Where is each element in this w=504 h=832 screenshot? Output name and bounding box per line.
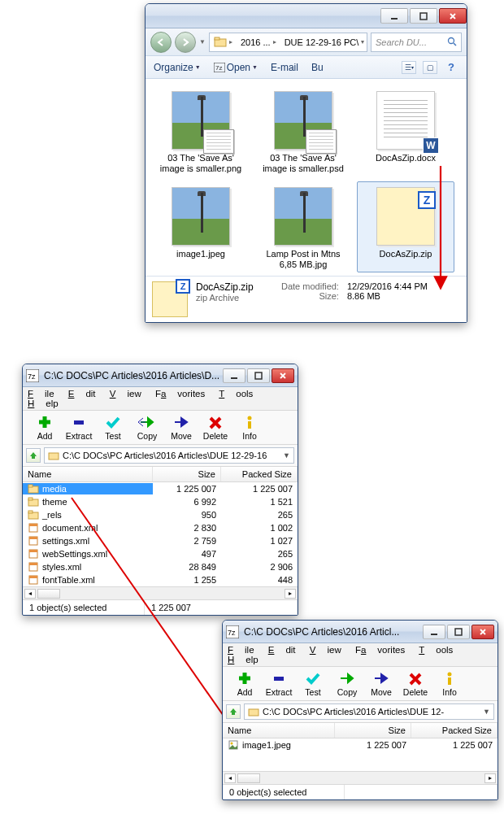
maximize-button[interactable] xyxy=(447,625,470,639)
col-size[interactable]: Size xyxy=(335,723,411,738)
up-button[interactable] xyxy=(26,448,41,463)
menubar-a[interactable]: File Edit View Favorites Tools Help xyxy=(23,387,298,411)
burn-button[interactable]: Bu xyxy=(311,62,324,73)
breadcrumb[interactable]: ▸ 2016 ...▸ DUE 12-29-16 PC\▾ xyxy=(209,33,367,52)
maximize-button[interactable] xyxy=(410,8,437,24)
file-list-b[interactable]: Name Size Packed Size image1.jpeg1 225 0… xyxy=(223,723,497,771)
open-button[interactable]: 7z Open ▼ xyxy=(214,62,258,73)
menu-file[interactable]: File xyxy=(228,645,254,655)
test-button[interactable]: Test xyxy=(96,414,130,441)
chevron-down-icon[interactable]: ▼ xyxy=(199,38,206,46)
menu-favorites[interactable]: Favorites xyxy=(355,645,405,655)
file-list-a[interactable]: Name Size Packed Size media1 225 0071 22… xyxy=(23,467,298,586)
file-tile[interactable]: Lamp Post in Mtns 6,85 MB.jpg xyxy=(254,181,352,272)
file-tile[interactable]: image1.jpeg xyxy=(152,181,250,272)
details-filename[interactable]: DocAsZip.zip xyxy=(196,281,273,293)
col-name[interactable]: Name xyxy=(23,467,153,481)
list-row[interactable]: styles.xml28 8492 906 xyxy=(23,560,298,573)
path-input-b[interactable]: C:\C DOCs\PC Articles\2016 Articles\DUE … xyxy=(244,703,494,720)
titlebar-b[interactable]: 7z C:\C DOCs\PC Articles\2016 Articl... xyxy=(223,621,497,643)
nav-forward-button[interactable] xyxy=(175,32,196,53)
close-button[interactable] xyxy=(471,625,494,639)
preview-pane-button[interactable]: ▢ xyxy=(423,61,437,74)
col-size[interactable]: Size xyxy=(153,467,221,481)
menu-tools[interactable]: Tools xyxy=(419,645,453,655)
svg-rect-38 xyxy=(274,677,284,681)
view-options-button[interactable]: ☰▾ xyxy=(402,61,416,74)
menubar-b[interactable]: File Edit View Favorites Tools Help xyxy=(223,643,497,667)
list-row[interactable]: settings.xml2 7591 027 xyxy=(23,534,298,547)
files-area[interactable]: 03 The 'Save As' image is smaller.png 03… xyxy=(146,79,467,276)
extract-button[interactable]: Extract xyxy=(262,670,296,697)
add-button[interactable]: Add xyxy=(28,414,62,441)
help-button[interactable]: ? xyxy=(444,61,458,74)
col-packed[interactable]: Packed Size xyxy=(411,723,497,738)
file-tile[interactable]: 03 The 'Save As' image is smaller.png xyxy=(152,85,250,176)
list-row[interactable]: _rels950265 xyxy=(23,508,298,521)
list-row[interactable]: document.xml2 8301 002 xyxy=(23,521,298,534)
breadcrumb-seg1[interactable]: 2016 ... xyxy=(241,37,271,47)
svg-rect-3 xyxy=(215,37,219,40)
sevenz-icon: 7z xyxy=(26,369,39,382)
delete-button[interactable]: Delete xyxy=(398,670,432,697)
up-button[interactable] xyxy=(226,704,241,719)
file-tile[interactable]: W DocAsZip.docx xyxy=(357,85,454,176)
scroll-left-button[interactable]: ◂ xyxy=(24,589,36,599)
menu-help[interactable]: Help xyxy=(228,655,259,664)
menu-edit[interactable]: Edit xyxy=(68,389,96,399)
minimize-button[interactable] xyxy=(223,368,245,383)
details-pane: Z DocAsZip.zip zip Archive Date modified… xyxy=(146,276,467,322)
minimize-button[interactable] xyxy=(380,8,408,24)
col-packed[interactable]: Packed Size xyxy=(221,467,298,481)
close-button[interactable] xyxy=(272,368,294,383)
info-button[interactable]: Info xyxy=(232,414,267,441)
copy-button[interactable]: Copy xyxy=(130,414,164,441)
email-button[interactable]: E-mail xyxy=(271,62,298,73)
menu-view[interactable]: View xyxy=(110,389,141,399)
extract-button[interactable]: Extract xyxy=(62,414,96,441)
list-header-b[interactable]: Name Size Packed Size xyxy=(223,723,497,738)
list-header-a[interactable]: Name Size Packed Size xyxy=(23,467,298,482)
copy-button[interactable]: Copy xyxy=(330,670,364,697)
scroll-thumb[interactable] xyxy=(237,773,260,783)
list-row[interactable]: webSettings.xml497265 xyxy=(23,547,298,560)
list-row[interactable]: fontTable.xml1 255448 xyxy=(23,573,298,586)
menu-favorites[interactable]: Favorites xyxy=(155,389,205,399)
organize-button[interactable]: Organize ▼ xyxy=(154,62,201,73)
menu-file[interactable]: File xyxy=(28,389,54,399)
close-button[interactable] xyxy=(439,8,467,24)
menu-view[interactable]: View xyxy=(310,645,341,655)
list-row[interactable]: image1.jpeg1 225 0071 225 007 xyxy=(223,738,497,751)
horizontal-scrollbar-b[interactable]: ◂ ▸ xyxy=(223,771,497,784)
scroll-thumb[interactable] xyxy=(37,589,60,599)
list-row[interactable]: theme6 9921 521 xyxy=(23,495,298,508)
folder-icon xyxy=(48,451,59,460)
col-name[interactable]: Name xyxy=(223,723,335,738)
scroll-left-button[interactable]: ◂ xyxy=(224,773,236,783)
move-button[interactable]: Move xyxy=(364,670,398,697)
chevron-down-icon[interactable]: ▼ xyxy=(283,451,290,460)
explorer-titlebar[interactable] xyxy=(146,4,467,28)
test-button[interactable]: Test xyxy=(296,670,330,697)
nav-back-button[interactable] xyxy=(150,32,172,53)
menu-tools[interactable]: Tools xyxy=(219,389,253,399)
info-button[interactable]: Info xyxy=(432,670,467,697)
menu-help[interactable]: Help xyxy=(28,399,59,408)
scroll-right-button[interactable]: ▸ xyxy=(484,773,496,783)
chevron-down-icon[interactable]: ▼ xyxy=(483,708,490,716)
breadcrumb-seg2[interactable]: DUE 12-29-16 PC\ xyxy=(285,37,359,47)
maximize-button[interactable] xyxy=(247,368,270,383)
file-tile[interactable]: 03 The 'Save As' image is smaller.psd xyxy=(254,85,352,176)
minimize-button[interactable] xyxy=(423,625,445,639)
menu-edit[interactable]: Edit xyxy=(268,645,296,655)
search-input[interactable]: Search DU... xyxy=(371,33,462,52)
list-row[interactable]: media1 225 0071 225 007 xyxy=(23,482,298,495)
titlebar-a[interactable]: 7z C:\C DOCs\PC Articles\2016 Articles\D… xyxy=(23,364,298,387)
add-button[interactable]: Add xyxy=(228,670,262,697)
delete-button[interactable]: Delete xyxy=(198,414,232,441)
path-input-a[interactable]: C:\C DOCs\PC Articles\2016 Articles\DUE … xyxy=(44,447,294,464)
horizontal-scrollbar-a[interactable]: ◂ ▸ xyxy=(23,586,298,599)
move-button[interactable]: Move xyxy=(164,414,198,441)
file-tile-selected[interactable]: Z DocAsZip.zip xyxy=(357,181,454,272)
scroll-right-button[interactable]: ▸ xyxy=(285,589,296,599)
